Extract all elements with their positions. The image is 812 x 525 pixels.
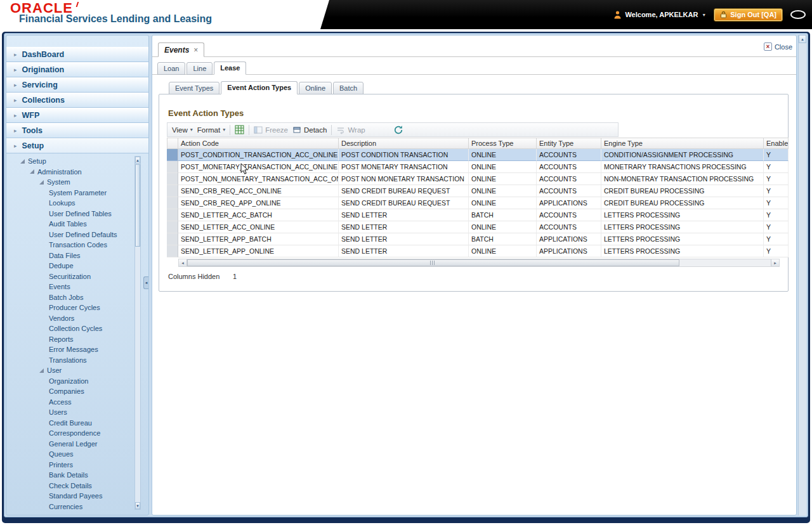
tree-item-setup[interactable]: Setup: [11, 156, 132, 167]
export-to-excel-icon[interactable]: [235, 125, 244, 134]
tree-item-user-defined-defaults[interactable]: User Defined Defaults: [11, 230, 132, 240]
view-menu[interactable]: View ▾: [172, 126, 193, 134]
tree-item-producer-cycles[interactable]: Producer Cycles: [11, 302, 132, 313]
table-row[interactable]: SEND_LETTER_APP_ONLINESEND LETTERONLINEA…: [167, 245, 789, 257]
tree-item-vendors[interactable]: Vendors: [11, 313, 132, 324]
tree-item-currencies[interactable]: Currencies: [11, 502, 132, 512]
sidebar-item-wfp[interactable]: ▸WFP: [6, 108, 148, 123]
tab-event-action-types[interactable]: Event Action Types: [221, 81, 298, 94]
tree-item-credit-bureau[interactable]: Credit Bureau: [11, 418, 132, 429]
chat-icon[interactable]: [790, 10, 806, 19]
format-menu[interactable]: Format ▾: [197, 126, 225, 134]
table-row[interactable]: POST_CONDITION_TRANSACTION_ACC_ONLINEPOS…: [167, 149, 789, 161]
row-selector[interactable]: [167, 221, 178, 233]
user-menu[interactable]: Welcome, APKELKAR ▼: [614, 11, 706, 19]
tab-loan[interactable]: Loan: [157, 62, 185, 75]
tree-item-securitization[interactable]: Securitization: [11, 271, 132, 282]
table-row[interactable]: SEND_LETTER_ACC_ONLINESEND LETTERONLINEA…: [167, 221, 789, 233]
tab-online[interactable]: Online: [299, 82, 332, 94]
column-header-enabled[interactable]: Enabled: [764, 138, 789, 149]
row-selector[interactable]: [167, 185, 178, 197]
column-header-action-code[interactable]: Action Code: [178, 138, 339, 149]
tree-item-system[interactable]: System: [11, 177, 132, 188]
row-selector[interactable]: [167, 233, 178, 245]
horizontal-scrollbar-thumb[interactable]: [187, 259, 679, 266]
column-header-description[interactable]: Description: [339, 138, 469, 149]
scroll-up-icon[interactable]: ▲: [799, 35, 806, 43]
scroll-up-icon[interactable]: ▲: [135, 157, 140, 164]
tree-item-zip-codes[interactable]: Zip Codes: [11, 512, 132, 512]
tree-item-batch-jobs[interactable]: Batch Jobs: [11, 292, 132, 303]
tree-item-organization[interactable]: Organization: [11, 376, 132, 387]
tree-item-collection-cycles[interactable]: Collection Cycles: [11, 323, 132, 334]
tree-item-companies[interactable]: Companies: [11, 386, 132, 397]
table-row[interactable]: SEND_CRB_REQ_ACC_ONLINESEND CREDIT BUREA…: [167, 185, 789, 197]
table-row[interactable]: SEND_LETTER_ACC_BATCHSEND LETTERBATCHACC…: [167, 209, 789, 221]
close-button[interactable]: × Close: [764, 42, 792, 51]
tree-expand-icon[interactable]: [20, 159, 25, 164]
tree-item-bank-details[interactable]: Bank Details: [11, 470, 132, 481]
column-header-entity-type[interactable]: Entity Type: [537, 138, 601, 149]
sidebar-collapse-button[interactable]: ◄: [143, 276, 148, 289]
tab-close-icon[interactable]: ×: [193, 46, 198, 55]
tree-item-general-ledger[interactable]: General Ledger: [11, 439, 132, 450]
wrap-button[interactable]: Wrap: [336, 126, 365, 134]
sidebar-item-servicing[interactable]: ▸Servicing: [6, 77, 148, 93]
freeze-button[interactable]: Freeze: [254, 126, 288, 134]
tree-expand-icon[interactable]: [39, 180, 44, 185]
tree-item-administration[interactable]: Administration: [11, 167, 132, 178]
tree-item-queues[interactable]: Queues: [11, 449, 132, 460]
horizontal-scrollbar[interactable]: ◂ ▸: [178, 259, 780, 267]
detach-button[interactable]: Detach: [292, 126, 327, 134]
tree-item-user-defined-tables[interactable]: User Defined Tables: [11, 209, 132, 219]
tab-batch[interactable]: Batch: [333, 82, 363, 94]
row-selector[interactable]: [167, 197, 178, 209]
tree-item-audit-tables[interactable]: Audit Tables: [11, 219, 132, 230]
row-selector[interactable]: [167, 149, 178, 161]
tree-item-error-messages[interactable]: Error Messages: [11, 344, 132, 355]
tree-item-system-parameter[interactable]: System Parameter: [11, 188, 132, 198]
sign-out-button[interactable]: Sign Out [QA]: [714, 8, 783, 22]
tree-expand-icon[interactable]: [30, 169, 34, 174]
tree-scrollbar[interactable]: ▲ ▼: [134, 156, 141, 510]
tab-lease[interactable]: Lease: [214, 62, 246, 75]
table-row[interactable]: POST_NON_MONETARY_TRANSACTION_ACC_ON...P…: [167, 173, 789, 185]
tree-scrollbar-thumb[interactable]: [135, 164, 140, 247]
tree-item-printers[interactable]: Printers: [11, 460, 132, 470]
row-selector[interactable]: [167, 209, 178, 221]
tree-item-reports[interactable]: Reports: [11, 334, 132, 345]
tree-item-events[interactable]: Events: [11, 282, 132, 292]
tree-item-dedupe[interactable]: Dedupe: [11, 261, 132, 271]
tree-expand-icon[interactable]: [39, 368, 44, 373]
tree-item-users[interactable]: Users: [11, 407, 132, 418]
sidebar-item-collections[interactable]: ▸Collections: [6, 93, 148, 108]
column-header-engine-type[interactable]: Engine Type: [601, 138, 764, 149]
tree-item-user[interactable]: User: [11, 365, 132, 376]
scroll-right-icon[interactable]: ▸: [771, 259, 779, 266]
table-row[interactable]: POST_MONETARY_TRANSACTION_ACC_ONLINEPOST…: [167, 161, 789, 173]
sidebar-item-dashboard[interactable]: ▸DashBoard: [6, 47, 148, 62]
tab-event-types[interactable]: Event Types: [169, 82, 219, 94]
refresh-icon[interactable]: [393, 125, 403, 135]
scroll-down-icon[interactable]: ▼: [135, 502, 140, 509]
scrollbar-track[interactable]: [679, 259, 771, 266]
tree-item-data-files[interactable]: Data Files: [11, 250, 132, 261]
sidebar-item-tools[interactable]: ▸Tools: [6, 123, 148, 138]
scroll-left-icon[interactable]: ◂: [179, 259, 187, 266]
row-selector[interactable]: [167, 173, 178, 185]
tree-item-standard-payees[interactable]: Standard Payees: [11, 491, 132, 502]
tab-line[interactable]: Line: [187, 62, 213, 75]
tree-item-translations[interactable]: Translations: [11, 355, 132, 366]
tree-item-correspondence[interactable]: Correspondence: [11, 428, 132, 439]
row-selector[interactable]: [167, 245, 178, 257]
table-row[interactable]: SEND_CRB_REQ_APP_ONLINESEND CREDIT BUREA…: [167, 197, 789, 209]
row-selector[interactable]: [167, 161, 178, 173]
sidebar-item-setup[interactable]: ▸Setup: [6, 138, 148, 153]
column-header-process-type[interactable]: Process Type: [469, 138, 537, 149]
tree-item-transaction-codes[interactable]: Transaction Codes: [11, 240, 132, 250]
tree-item-check-details[interactable]: Check Details: [11, 481, 132, 491]
sidebar-item-origination[interactable]: ▸Origination: [6, 62, 148, 77]
tree-item-lookups[interactable]: Lookups: [11, 198, 132, 209]
table-row[interactable]: SEND_LETTER_APP_BATCHSEND LETTERBATCHAPP…: [167, 233, 789, 245]
tree-item-access[interactable]: Access: [11, 397, 132, 408]
